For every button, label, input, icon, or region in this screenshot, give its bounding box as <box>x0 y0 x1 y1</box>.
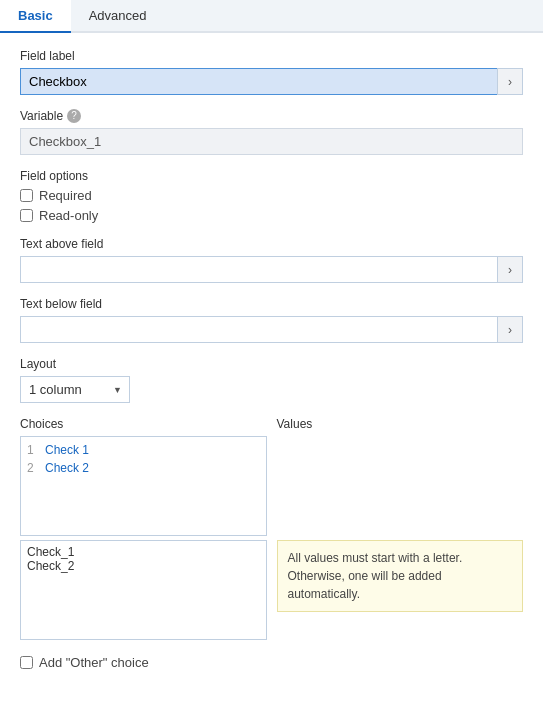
layout-select[interactable]: 1 column 2 columns 3 columns <box>20 376 130 403</box>
arrow-right-icon: › <box>508 75 512 89</box>
choice-text-1: Check 1 <box>45 441 89 459</box>
required-checkbox[interactable] <box>20 189 33 202</box>
read-only-checkbox[interactable] <box>20 209 33 222</box>
choice-num-2: 2 <box>27 459 37 477</box>
choice-num-1: 1 <box>27 441 37 459</box>
text-below-arrow-button[interactable]: › <box>497 316 523 343</box>
layout-group: Layout 1 column 2 columns 3 columns <box>20 357 523 403</box>
field-label-group: Field label › <box>20 49 523 95</box>
field-options-label: Field options <box>20 169 523 183</box>
text-below-label: Text below field <box>20 297 523 311</box>
text-above-label: Text above field <box>20 237 523 251</box>
values-left: Check_1 Check_2 <box>20 540 267 643</box>
choice-row-2: 2 Check 2 <box>27 459 260 477</box>
choices-header: Choices <box>20 417 267 431</box>
required-label: Required <box>39 188 92 203</box>
add-other-row: Add "Other" choice <box>20 655 523 670</box>
values-placeholder <box>277 436 524 536</box>
required-row: Required <box>20 188 523 203</box>
tab-advanced[interactable]: Advanced <box>71 0 165 31</box>
values-right: All values must start with a letter. Oth… <box>277 540 524 643</box>
field-label-label: Field label <box>20 49 523 63</box>
read-only-label: Read-only <box>39 208 98 223</box>
add-other-label: Add "Other" choice <box>39 655 149 670</box>
variable-label: Variable ? <box>20 109 523 123</box>
form-content: Field label › Variable ? Checkbox_1 Fiel… <box>0 33 543 686</box>
choice-text-2: Check 2 <box>45 459 89 477</box>
read-only-row: Read-only <box>20 208 523 223</box>
values-textarea[interactable]: Check_1 Check_2 <box>20 540 267 640</box>
info-box: All values must start with a letter. Oth… <box>277 540 524 612</box>
choices-values-header-row: Choices 1 Check 1 2 Check 2 Values <box>20 417 523 536</box>
variable-value: Checkbox_1 <box>20 128 523 155</box>
text-below-group: Text below field › <box>20 297 523 343</box>
field-options-group: Field options Required Read-only <box>20 169 523 223</box>
main-container: Basic Advanced Field label › Variable ? … <box>0 0 543 720</box>
text-above-input[interactable] <box>20 256 497 283</box>
text-above-group: Text above field › <box>20 237 523 283</box>
choices-header-col: Choices 1 Check 1 2 Check 2 <box>20 417 267 536</box>
field-label-input[interactable] <box>20 68 497 95</box>
tab-bar: Basic Advanced <box>0 0 543 33</box>
text-below-row: › <box>20 316 523 343</box>
variable-help-icon[interactable]: ? <box>67 109 81 123</box>
layout-select-wrap: 1 column 2 columns 3 columns <box>20 376 130 403</box>
values-header: Values <box>277 417 524 431</box>
arrow-right-icon: › <box>508 263 512 277</box>
values-info-row: Check_1 Check_2 All values must start wi… <box>20 540 523 643</box>
variable-group: Variable ? Checkbox_1 <box>20 109 523 155</box>
choices-box: 1 Check 1 2 Check 2 <box>20 436 267 536</box>
layout-label: Layout <box>20 357 523 371</box>
values-header-col: Values <box>277 417 524 536</box>
info-message: All values must start with a letter. Oth… <box>288 551 463 601</box>
arrow-right-icon: › <box>508 323 512 337</box>
text-below-input[interactable] <box>20 316 497 343</box>
field-label-row: › <box>20 68 523 95</box>
text-above-arrow-button[interactable]: › <box>497 256 523 283</box>
tab-basic[interactable]: Basic <box>0 0 71 33</box>
text-above-row: › <box>20 256 523 283</box>
field-label-arrow-button[interactable]: › <box>497 68 523 95</box>
add-other-checkbox[interactable] <box>20 656 33 669</box>
choice-row-1: 1 Check 1 <box>27 441 260 459</box>
